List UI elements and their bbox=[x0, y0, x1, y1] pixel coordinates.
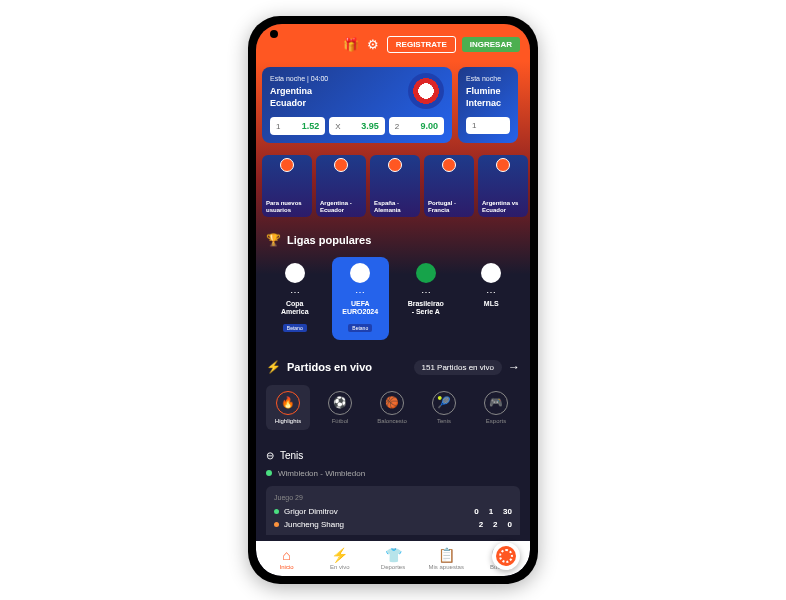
basketball-icon: 🏀 bbox=[380, 391, 404, 415]
section-title: Ligas populares bbox=[287, 234, 371, 246]
sport-esports[interactable]: 🎮Esports bbox=[474, 385, 518, 430]
tile-badge-icon bbox=[388, 158, 402, 172]
main-content: Esta noche | 04:00 Argentina Ecuador 11.… bbox=[256, 61, 530, 535]
tennis-icon: 🎾 bbox=[432, 391, 456, 415]
soccer-icon: ⚽ bbox=[328, 391, 352, 415]
settings-icon[interactable]: ⚙ bbox=[365, 37, 381, 53]
sports-tabs: 🔥Highlights ⚽Fútbol 🏀Baloncesto 🎾Tenis 🎮… bbox=[256, 385, 530, 440]
match-time: Esta noche | 04:00 bbox=[270, 75, 444, 82]
featured-card[interactable]: Esta noche | 04:00 Argentina Ecuador 11.… bbox=[262, 67, 452, 143]
tile-badge-icon bbox=[280, 158, 294, 172]
live-title: Partidos en vivo bbox=[287, 361, 372, 373]
nav-envivo[interactable]: ⚡En vivo bbox=[313, 547, 366, 570]
odd-draw[interactable]: X3.95 bbox=[329, 117, 384, 135]
odd-away[interactable]: 29.00 bbox=[389, 117, 444, 135]
lightning-icon: ⚡ bbox=[266, 360, 281, 374]
promo-tile[interactable]: Argentina vsEcuador bbox=[478, 155, 528, 217]
register-button[interactable]: REGISTRATE bbox=[387, 36, 456, 53]
nav-deportes[interactable]: 👕Deportes bbox=[366, 547, 419, 570]
promo-tile[interactable]: Para nuevosusuarios bbox=[262, 155, 312, 217]
tile-badge-icon bbox=[442, 158, 456, 172]
tournament-row[interactable]: Wimbledon - Wimbledon bbox=[266, 469, 520, 478]
league-logo-icon bbox=[285, 263, 305, 283]
game-number: Juego 29 bbox=[274, 494, 512, 501]
promo-tile[interactable]: Portugal -Francia bbox=[424, 155, 474, 217]
nav-inicio[interactable]: ⌂Inicio bbox=[260, 547, 313, 570]
live-dot-icon bbox=[266, 470, 272, 476]
player-row: Juncheng Shang 220 bbox=[274, 520, 512, 529]
scores: 0130 bbox=[474, 507, 512, 516]
tile-badge-icon bbox=[496, 158, 510, 172]
login-button[interactable]: INGRESAR bbox=[462, 37, 520, 52]
ticket-icon: 📋 bbox=[420, 547, 473, 563]
nav-apuestas[interactable]: 📋Mis apuestas bbox=[420, 547, 473, 570]
screen: 🎁 ⚙ REGISTRATE INGRESAR Esta noche | 04:… bbox=[256, 24, 530, 576]
tennis-section: ⊖Tenis Wimbledon - Wimbledon Juego 29 Gr… bbox=[256, 440, 530, 535]
odd-partial[interactable]: 1 bbox=[466, 117, 510, 134]
shirt-icon: 👕 bbox=[366, 547, 419, 563]
match-card[interactable]: Juego 29 Grigor Dimitrov 0130 Juncheng S… bbox=[266, 486, 520, 535]
league-logo-icon bbox=[481, 263, 501, 283]
league-logo-icon bbox=[416, 263, 436, 283]
popular-leagues-section: 🏆Ligas populares ⋯CopaAmericaBetano ⋯UEF… bbox=[256, 223, 530, 349]
sport-vole[interactable]: 🏐Vole bbox=[526, 385, 530, 430]
scores: 220 bbox=[479, 520, 512, 529]
promo-tile[interactable]: Argentina -Ecuador bbox=[316, 155, 366, 217]
arrow-right-icon[interactable]: → bbox=[508, 360, 520, 374]
chip-icon bbox=[496, 546, 516, 566]
fire-icon: 🔥 bbox=[276, 391, 300, 415]
league-logo-icon bbox=[350, 263, 370, 283]
app-header: 🎁 ⚙ REGISTRATE INGRESAR bbox=[256, 24, 530, 61]
league-euro[interactable]: ⋯UEFAEURO2024Betano bbox=[332, 257, 390, 339]
trophy-icon: 🏆 bbox=[266, 233, 281, 247]
home-icon: ⌂ bbox=[260, 547, 313, 563]
sport-baloncesto[interactable]: 🏀Baloncesto bbox=[370, 385, 414, 430]
fab-button[interactable] bbox=[492, 542, 520, 570]
league-copa[interactable]: ⋯CopaAmericaBetano bbox=[266, 257, 324, 339]
live-count-badge[interactable]: 151 Partidos en vivo bbox=[414, 360, 503, 375]
tennis-title: Tenis bbox=[280, 450, 303, 461]
odd-home[interactable]: 11.52 bbox=[270, 117, 325, 135]
gift-icon[interactable]: 🎁 bbox=[343, 37, 359, 53]
league-mls[interactable]: ⋯MLS bbox=[463, 257, 521, 339]
promo-tiles: Para nuevosusuarios Argentina -Ecuador E… bbox=[256, 149, 530, 223]
camera-notch bbox=[270, 30, 278, 38]
odds-row: 11.52 X3.95 29.00 bbox=[270, 117, 444, 135]
phone-frame: 🎁 ⚙ REGISTRATE INGRESAR Esta noche | 04:… bbox=[248, 16, 538, 584]
bottom-nav: ⌂Inicio ⚡En vivo 👕Deportes 📋Mis apuestas… bbox=[256, 541, 530, 576]
sport-tenis[interactable]: 🎾Tenis bbox=[422, 385, 466, 430]
promo-tile[interactable]: España -Alemania bbox=[370, 155, 420, 217]
tile-badge-icon bbox=[334, 158, 348, 172]
leagues-row: ⋯CopaAmericaBetano ⋯UEFAEURO2024Betano ⋯… bbox=[266, 257, 520, 339]
player-row: Grigor Dimitrov 0130 bbox=[274, 507, 512, 516]
gamepad-icon: 🎮 bbox=[484, 391, 508, 415]
lightning-icon: ⚡ bbox=[313, 547, 366, 563]
live-header: ⚡Partidos en vivo 151 Partidos en vivo → bbox=[256, 350, 530, 385]
serve-dot-icon bbox=[274, 509, 279, 514]
sport-highlights[interactable]: 🔥Highlights bbox=[266, 385, 310, 430]
league-brasileirao[interactable]: ⋯Brasileirao- Serie A bbox=[397, 257, 455, 339]
featured-card-partial[interactable]: Esta noche Flumine Internac 1 bbox=[458, 67, 518, 143]
featured-row: Esta noche | 04:00 Argentina Ecuador 11.… bbox=[256, 61, 530, 149]
sport-futbol[interactable]: ⚽Fútbol bbox=[318, 385, 362, 430]
tennis-ball-icon: ⊖ bbox=[266, 450, 274, 461]
serve-dot-icon bbox=[274, 522, 279, 527]
